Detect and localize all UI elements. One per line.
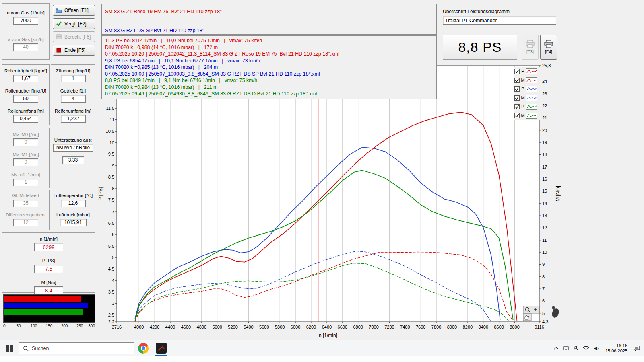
reifenumfang-input[interactable]: 1,222 [61,115,86,123]
tray-volume-icon[interactable] [594,346,599,351]
svg-text:5600: 5600 [259,325,269,329]
dyno-app-taskbar-icon[interactable] [152,340,170,356]
svg-text:4: 4 [112,278,114,283]
result-line: 8,8 PS bei 6849 1/min | 9,1 Nm bei 6746 … [105,77,433,84]
legend-line-sample [526,77,537,83]
stop-icon [56,48,62,53]
svg-text:7200: 7200 [384,325,394,329]
svg-text:19: 19 [542,140,547,145]
legend-checkbox[interactable] [514,78,520,83]
legend-checkbox[interactable] [514,113,520,118]
clock-time: 16:16 [605,343,627,348]
mv-m0-field: Mv: M0 [Nm]0 [2,132,49,146]
compare-button[interactable]: Vergl. [F2] [53,18,95,29]
search-icon [23,346,29,351]
svg-text:7,5: 7,5 [108,197,114,202]
svg-text:10,5: 10,5 [106,129,114,134]
live-n-field: n [1/min]6299 [2,236,95,251]
mv-m1-field: Mv: M1 [Nm]0 [2,152,49,166]
getriebe-label: Getriebe [1:] [51,88,95,94]
svg-text:4600: 4600 [181,325,191,329]
open-button-label: Öffnen [F1] [64,8,89,13]
svg-text:11,5: 11,5 [106,106,114,111]
tray-wifi-icon[interactable] [583,346,589,351]
svg-text:20: 20 [542,128,547,133]
luftdruck-input[interactable]: 1015,91 [60,219,87,226]
legend-label: M [521,95,525,100]
svg-text:7800: 7800 [431,325,441,329]
rollenumfang-field: Rollenumfang [m]0,464 [2,108,49,123]
live-p-label: P [PS] [2,258,95,263]
svg-text:5200: 5200 [228,325,237,329]
result-line: 07.05.2025 10:20 | 250507_102042_11,3_81… [105,51,433,58]
n-vom-gas-field: n vom Gas [1/min]7000 [2,10,49,25]
svg-text:5800: 5800 [275,325,285,329]
printer-icon [525,40,535,48]
untersetzung-value[interactable]: 3,33 [62,156,84,164]
gl-mittelwert-label: Gl. Mittelwert [2,193,49,198]
taskbar-search[interactable]: Suchen [19,342,134,354]
result-line: DIN 70020 k =0,984 (13 °C, 1016 mbar) | … [105,84,433,91]
file-entry: SM 83 G ZT Reso 19 EM 75 Bvf 21 HD 110 z… [105,8,433,15]
svg-text:13: 13 [542,213,547,218]
result-line: 11,3 PS bei 8114 1/min | 10,0 Nm bei 707… [105,37,433,44]
getriebe-input[interactable]: 4 [61,95,86,103]
screen-bottom-strip [0,356,644,362]
svg-text:4,3: 4,3 [542,319,548,324]
meter-tick-label: 150 [46,324,53,328]
compare-button-label: Vergl. [F2] [64,21,87,27]
svg-text:24: 24 [542,79,547,84]
svg-text:6600: 6600 [338,325,347,329]
svg-text:8800: 8800 [510,325,519,329]
legend-checkbox[interactable] [514,95,520,101]
legend-checkbox[interactable] [514,69,520,74]
legend-row-5: M [514,111,541,120]
action-center-icon[interactable] [634,346,640,351]
lufttemperatur-input[interactable]: 12,6 [61,200,86,207]
svg-text:8600: 8600 [494,325,504,329]
meter-bar-fill-1 [4,303,88,308]
open-button[interactable]: Öffnen [F1] [53,5,95,16]
results-box[interactable]: 11,3 PS bei 8114 1/min | 10,0 Nm bei 707… [101,35,437,99]
check-icon [56,21,62,26]
svg-text:9,5: 9,5 [108,152,114,156]
print-f4-button[interactable]: [F4] [540,35,557,60]
diagram-title-input[interactable]: Traktal P1 Commander [443,16,556,25]
tray-tablet-icon[interactable] [563,346,569,351]
dyno-app-window: 3716400042004400460048005000520054005600… [0,0,644,340]
tray-user-icon[interactable] [573,346,578,351]
plot-area[interactable] [117,66,539,322]
zuendung-input[interactable]: 1 [61,75,86,82]
rollenumfang-input[interactable]: 0,464 [13,115,38,123]
taskbar-clock[interactable]: 16:16 15.06.2025 [604,343,629,354]
svg-text:11: 11 [110,117,114,122]
untersetzung-source[interactable]: nKuWe / nRolle [53,144,93,152]
legend-checkbox[interactable] [514,86,520,92]
reifenumfang-label: Reifenumfang [m] [51,108,95,114]
n-vom-gas-input[interactable]: 7000 [13,17,38,25]
start-button[interactable] [0,340,19,356]
loaded-files-box[interactable]: SM 83 G ZT Reso 19 EM 75 Bvf 21 HD 110 z… [101,4,437,35]
lufttemperatur-field: Lufttemperatur [°C]12,6 [51,193,95,207]
rollengeber-label: Rollengeber [Inkr/U] [2,88,49,94]
mouse-cursor [551,306,560,319]
performance-chart[interactable]: 3716400042004400460048005000520054005600… [97,60,568,340]
svg-text:8000: 8000 [447,325,457,329]
svg-text:4400: 4400 [165,325,175,329]
svg-text:5: 5 [112,255,114,260]
tray-chevron-up-icon[interactable] [554,347,559,350]
svg-text:4000: 4000 [134,325,144,329]
svg-text:5400: 5400 [244,325,253,329]
legend-row-4: P [514,102,541,111]
svg-text:9116: 9116 [535,325,544,329]
svg-text:5,5: 5,5 [108,244,114,249]
rollentraegheit-input[interactable]: 1,67 [13,75,38,82]
rollengeber-input[interactable]: 50 [13,95,38,103]
end-button[interactable]: Ende [F5] [53,45,95,56]
legend-line-sample [526,113,537,119]
legend-checkbox[interactable] [514,104,520,109]
live-m-input: 8,4 [34,286,63,295]
chrome-taskbar-icon[interactable] [134,340,152,356]
rollentraegheit-label: Rollenträgheit [kgm²] [2,68,49,74]
meter-bar-track-0 [4,296,94,302]
